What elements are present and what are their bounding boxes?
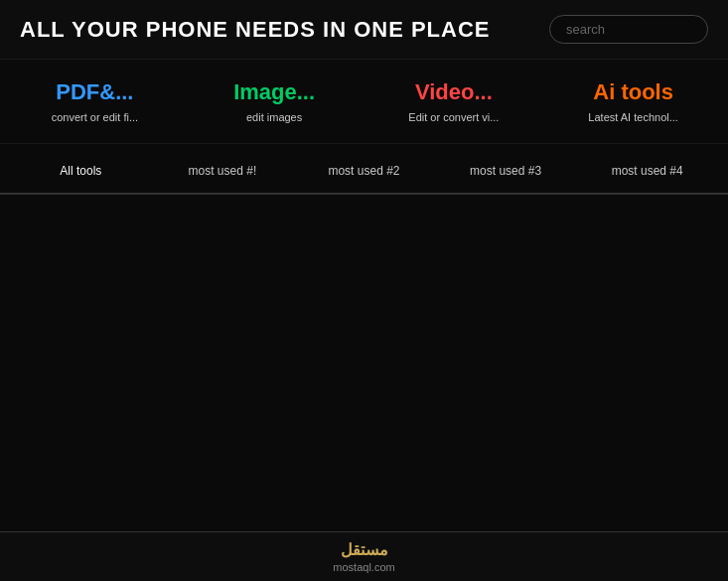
categories-section: PDF&... convert or edit fi... Image... e…: [0, 60, 728, 144]
tabs-bar: All tools most used #! most used #2 most…: [0, 144, 728, 195]
category-pdf-title: PDF&...: [15, 79, 175, 105]
tab-most-used-4[interactable]: most used #4: [576, 159, 718, 183]
footer-brand: مستقل: [20, 540, 708, 559]
search-container: [549, 15, 708, 44]
footer-url: mostaql.com: [20, 561, 708, 573]
tab-most-used-2[interactable]: most used #2: [293, 159, 435, 183]
category-image-title: Image...: [195, 79, 355, 105]
header-title: ALL YOUR PHONE NEEDS IN ONE PLACE: [20, 17, 490, 43]
tab-all-tools[interactable]: All tools: [10, 159, 152, 183]
footer: مستقل mostaql.com: [0, 531, 728, 581]
category-video-desc: Edit or convert vi...: [374, 111, 534, 123]
category-video-title: Video...: [374, 79, 534, 105]
main-content: [0, 195, 728, 493]
category-image[interactable]: Image... edit images: [190, 79, 360, 133]
category-pdf[interactable]: PDF&... convert or edit fi...: [10, 79, 180, 133]
category-ai-desc: Latest AI technol...: [553, 111, 713, 123]
tab-most-used-1[interactable]: most used #!: [152, 159, 294, 183]
tab-most-used-3[interactable]: most used #3: [435, 159, 577, 183]
category-image-desc: edit images: [195, 111, 355, 123]
category-video[interactable]: Video... Edit or convert vi...: [369, 79, 539, 133]
search-input[interactable]: [549, 15, 708, 44]
category-ai[interactable]: Ai tools Latest AI technol...: [548, 79, 718, 133]
header: ALL YOUR PHONE NEEDS IN ONE PLACE: [0, 0, 728, 60]
category-pdf-desc: convert or edit fi...: [15, 111, 175, 123]
category-ai-title: Ai tools: [553, 79, 713, 105]
